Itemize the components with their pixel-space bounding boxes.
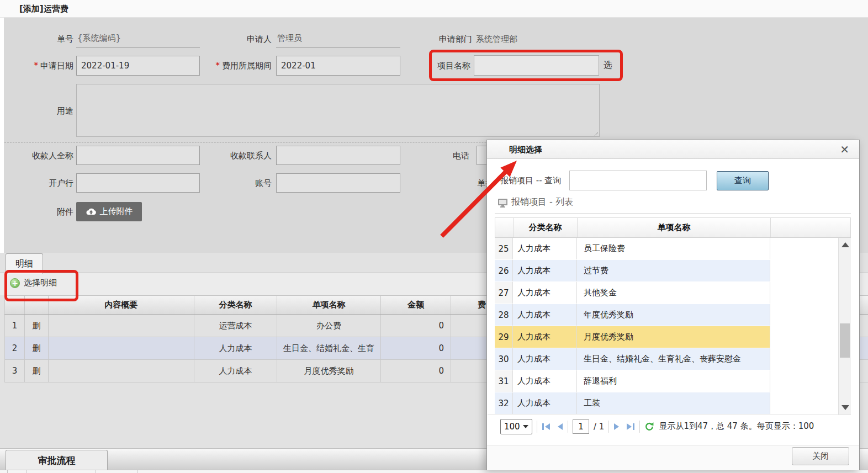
apply-date-field[interactable] <box>76 56 200 76</box>
header-category: 分类名称 <box>194 296 277 314</box>
dialog-table-header: 分类名称 单项名称 <box>495 217 851 238</box>
list-item[interactable]: 26 人力成本 过节费 <box>495 260 851 282</box>
tab-approval[interactable]: 审批流程 <box>6 450 108 470</box>
list-item[interactable]: 30 人力成本 生日金、结婚礼金、生育礼金、丧葬安慰金 <box>495 348 851 370</box>
cell-item: 生日金、结婚礼金、生育礼金、丧葬安慰金 <box>577 348 770 370</box>
cell-summary <box>49 337 194 359</box>
select-detail-button[interactable]: + 选择明细 <box>10 278 57 288</box>
cell-category: 人力成本 <box>513 238 577 259</box>
delete-link[interactable]: 删 <box>25 337 49 359</box>
period-label: 费用所属期间 <box>222 61 272 71</box>
prev-page-icon[interactable] <box>557 422 563 431</box>
required-asterisk: * <box>216 61 220 71</box>
list-item[interactable]: 25 人力成本 员工保险费 <box>495 238 851 260</box>
page-title: [添加]运营费 <box>19 0 68 18</box>
cell-amount: 0 <box>381 360 451 382</box>
department-value: 系统管理部 <box>476 34 517 45</box>
scroll-down-icon[interactable] <box>841 405 849 410</box>
search-input[interactable] <box>569 171 707 190</box>
table-scrollbar[interactable] <box>838 238 851 414</box>
cell-summary <box>49 315 194 337</box>
required-asterisk: * <box>34 61 39 71</box>
apply-date-label: 申请日期 <box>40 61 73 71</box>
add-plus-icon: + <box>10 278 20 288</box>
resize-handle-icon[interactable] <box>592 130 599 136</box>
list-item[interactable]: 32 人力成本 工装 <box>495 392 851 414</box>
monitor-icon <box>497 198 508 210</box>
search-button[interactable]: 查询 <box>717 171 769 190</box>
row-number: 1 <box>4 315 25 337</box>
list-item-selected[interactable]: 29 人力成本 月度优秀奖励 <box>495 326 851 348</box>
first-page-icon[interactable] <box>542 422 551 431</box>
cell-item: 月度优秀奖励 <box>577 326 770 348</box>
delete-link[interactable]: 删 <box>25 360 49 382</box>
account-label: 账号 <box>199 178 272 189</box>
cell-category: 人力成本 <box>513 260 577 281</box>
detail-select-dialog: 明细选择 ✕ 报销项目 -- 查询 查询 报销项目 - 列表 分类名称 单项名称 <box>486 140 860 470</box>
account-field[interactable] <box>276 173 400 193</box>
cell-amount: 0 <box>381 337 451 359</box>
doc-no-label: 单号 <box>7 34 73 45</box>
expense-period-field[interactable] <box>276 56 400 76</box>
row-number: 29 <box>495 326 513 348</box>
last-page-icon[interactable] <box>626 422 635 431</box>
purpose-textarea[interactable] <box>76 84 600 137</box>
pager-status: 显示从1到47，总 47 条。每页显示：100 <box>659 421 814 432</box>
refresh-icon[interactable] <box>644 422 654 432</box>
row-number: 2 <box>4 337 25 359</box>
cell-item: 月度优秀奖励 <box>277 360 381 382</box>
dialog-table: 分类名称 单项名称 25 人力成本 员工保险费 26 人力成本 过节费 27 人… <box>495 217 851 414</box>
delete-link[interactable]: 删 <box>25 315 49 337</box>
payee-field[interactable] <box>76 146 200 165</box>
cell-item: 过节费 <box>577 260 770 281</box>
header-category: 分类名称 <box>514 218 578 237</box>
next-page-icon[interactable] <box>613 422 620 431</box>
cell-category: 人力成本 <box>513 326 577 348</box>
cell-category: 人力成本 <box>513 392 577 414</box>
phone-label: 电话 <box>425 151 469 161</box>
row-number: 31 <box>495 370 513 392</box>
select-detail-label: 选择明细 <box>24 278 57 288</box>
list-item[interactable]: 31 人力成本 辞退福利 <box>495 370 851 392</box>
row-number: 3 <box>4 360 25 382</box>
page-size-select[interactable]: 100 <box>500 419 532 434</box>
close-icon[interactable]: ✕ <box>840 142 849 157</box>
dialog-header: 明细选择 ✕ <box>487 140 859 159</box>
list-item[interactable]: 27 人力成本 其他奖金 <box>495 282 851 304</box>
cell-item: 生日金、结婚礼金、生育 <box>277 337 381 359</box>
bank-label: 开户行 <box>7 178 73 189</box>
bank-field[interactable] <box>76 173 200 193</box>
app-window: [添加]运营费 单号 {系统编码} 申请人 管理员 申请部门 系统管理部 *申请… <box>0 0 868 473</box>
upload-attachment-button[interactable]: 上传附件 <box>76 202 142 221</box>
scroll-up-icon[interactable] <box>841 242 849 247</box>
cell-category: 人力成本 <box>194 360 277 382</box>
project-name-field[interactable] <box>474 55 599 76</box>
page-size-value: 100 <box>504 422 520 432</box>
list-caption: 报销项目 - 列表 <box>511 196 573 208</box>
tab-approval-label: 审批流程 <box>38 454 76 467</box>
tab-detail[interactable]: 明细 <box>6 253 43 274</box>
page-input[interactable]: 1 <box>573 419 589 434</box>
cell-category: 人力成本 <box>513 348 577 370</box>
row-number: 28 <box>495 304 513 326</box>
dialog-footer: 关闭 <box>487 445 859 470</box>
cloud-upload-icon <box>86 208 97 216</box>
upload-attachment-label: 上传附件 <box>100 206 133 217</box>
cell-category: 人力成本 <box>513 370 577 392</box>
project-select-link[interactable]: 选 <box>604 60 612 71</box>
search-label: 报销项目 -- 查询 <box>500 176 561 186</box>
scroll-thumb[interactable] <box>840 323 850 358</box>
header-item: 单项名称 <box>277 296 381 314</box>
row-number: 32 <box>495 392 513 414</box>
row-number: 27 <box>495 282 513 304</box>
contact-field[interactable] <box>276 146 400 165</box>
chevron-down-icon <box>523 425 528 428</box>
doc-no-value: {系统编码} <box>76 31 200 47</box>
list-item[interactable]: 28 人力成本 年度优秀奖励 <box>495 304 851 326</box>
close-button[interactable]: 关闭 <box>792 447 849 465</box>
applicant-label: 申请人 <box>205 34 272 45</box>
cell-item: 其他奖金 <box>577 282 770 304</box>
cell-item: 辞退福利 <box>577 370 770 392</box>
tab-detail-label: 明细 <box>15 258 33 270</box>
contact-label: 收款联系人 <box>199 151 272 161</box>
